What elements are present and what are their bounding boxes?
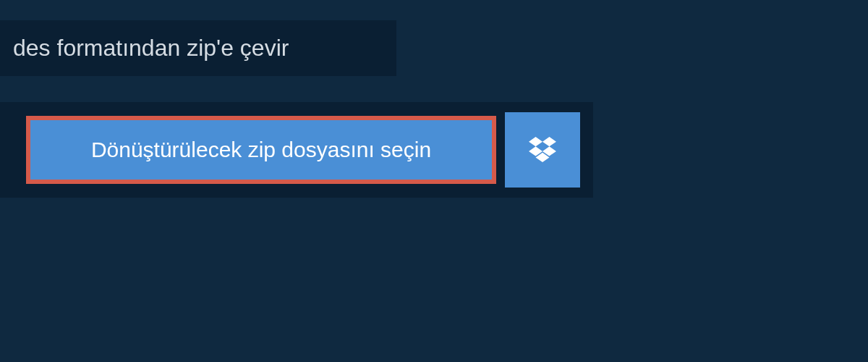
select-file-label: Dönüştürülecek zip dosyasını seçin — [91, 138, 431, 161]
dropbox-icon — [529, 137, 556, 163]
page-title-tab: des formatından zip'e çevir — [0, 20, 396, 76]
dropbox-button[interactable] — [505, 112, 580, 188]
upload-area: Dönüştürülecek zip dosyasını seçin — [0, 102, 593, 198]
page-title: des formatından zip'e çevir — [13, 35, 289, 61]
select-file-button[interactable]: Dönüştürülecek zip dosyasını seçin — [26, 116, 496, 184]
